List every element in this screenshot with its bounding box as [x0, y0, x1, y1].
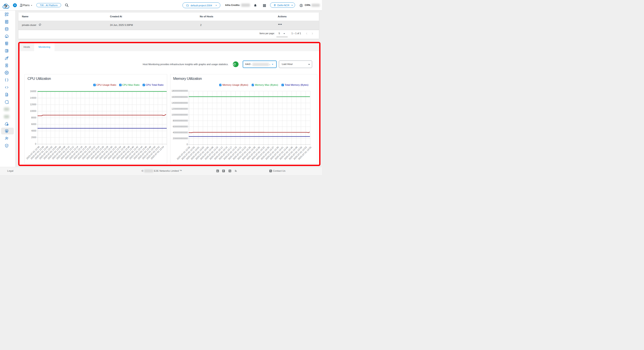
svg-text:0: 0 [35, 143, 36, 145]
svg-text:4000: 4000 [31, 130, 36, 132]
svg-text:12000: 12000 [30, 103, 36, 106]
svg-text:16000: 16000 [30, 90, 36, 93]
svg-text:2000: 2000 [31, 136, 36, 139]
svg-text:0: 0 [186, 143, 188, 146]
svg-text:400000000000: 400000000000 [172, 131, 188, 134]
svg-text:1600000000000: 1600000000000 [172, 96, 188, 98]
svg-text:800000000000: 800000000000 [172, 119, 188, 122]
svg-text:600000000000: 600000000000 [172, 125, 188, 128]
svg-text:1400000000000: 1400000000000 [172, 102, 188, 104]
svg-text:1000000000000: 1000000000000 [172, 113, 188, 116]
svg-text:200000000000: 200000000000 [172, 137, 188, 140]
svg-text:E2E Cloud: E2E Cloud [4, 8, 8, 8]
svg-text:1800000000000: 1800000000000 [172, 90, 188, 92]
svg-text:6000: 6000 [31, 123, 36, 125]
svg-text:8000: 8000 [31, 116, 36, 119]
svg-text:10000: 10000 [30, 110, 36, 112]
svg-text:1200000000000: 1200000000000 [172, 107, 188, 110]
svg-text:14000: 14000 [30, 97, 36, 99]
